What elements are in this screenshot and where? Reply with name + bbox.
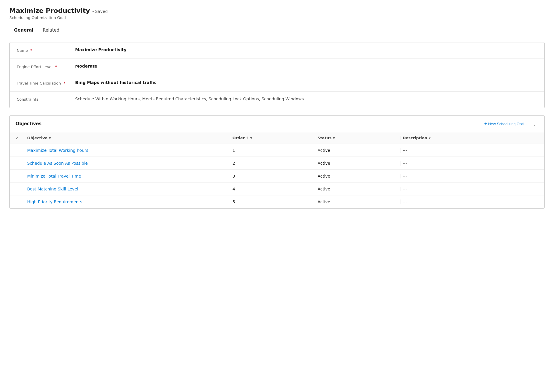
page-title: Maximize Productivity [9, 7, 90, 14]
required-star-engine: * [55, 64, 57, 69]
col-order-label[interactable]: Order ↑ ∨ [233, 136, 313, 140]
table-row: High Priority Requirements 5 Active --- [10, 195, 544, 208]
description-value-2: --- [403, 174, 407, 178]
row-status-0: Active [315, 148, 400, 153]
value-travel-time: Bing Maps without historical traffic [75, 80, 537, 86]
form-card: Name * Maximize Productivity Engine Effo… [9, 42, 545, 108]
row-objective-1[interactable]: Schedule As Soon As Possible [25, 161, 230, 166]
description-chevron-icon: ∨ [429, 136, 431, 140]
table-row: Minimize Total Travel Time 3 Active --- [10, 170, 544, 183]
label-engine-effort: Engine Effort Level * [17, 63, 75, 70]
row-order-1: 2 [230, 161, 315, 166]
row-status-4: Active [315, 200, 400, 204]
required-star-name: * [30, 48, 32, 53]
row-description-4: --- [400, 200, 538, 204]
saved-badge: - Saved [92, 9, 108, 14]
objective-chevron-icon: ∨ [49, 136, 51, 140]
col-status-header[interactable]: Status ∨ [315, 136, 400, 140]
col-order-header[interactable]: Order ↑ ∨ [230, 136, 315, 140]
label-constraints: Constraints [17, 96, 75, 102]
objectives-title: Objectives [16, 121, 42, 126]
table-row: Best Matching Skill Level 4 Active --- [10, 183, 544, 195]
tab-general[interactable]: General [9, 25, 38, 36]
objective-link-0[interactable]: Maximize Total Working hours [27, 148, 88, 153]
col-check-header: ✓ [16, 136, 25, 140]
field-constraints: Constraints Schedule Within Working Hour… [10, 92, 544, 108]
new-scheduling-label: New Scheduling Opti... [488, 122, 527, 126]
status-value-1: Active [318, 161, 330, 166]
row-objective-4[interactable]: High Priority Requirements [25, 200, 230, 204]
objectives-actions: + New Scheduling Opti... ⋮ [482, 120, 538, 128]
row-order-2: 3 [230, 174, 315, 178]
objectives-section: Objectives + New Scheduling Opti... ⋮ ✓ … [9, 115, 545, 209]
status-value-4: Active [318, 200, 330, 204]
row-order-0: 1 [230, 148, 315, 153]
row-status-1: Active [315, 161, 400, 166]
row-status-3: Active [315, 187, 400, 191]
order-value-1: 2 [233, 161, 235, 166]
order-value-2: 3 [233, 174, 235, 178]
page-header: Maximize Productivity - Saved Scheduling… [9, 7, 545, 20]
field-name: Name * Maximize Productivity [10, 42, 544, 59]
status-value-0: Active [318, 148, 330, 153]
objective-link-2[interactable]: Minimize Total Travel Time [27, 174, 81, 178]
description-value-4: --- [403, 200, 407, 204]
title-row: Maximize Productivity - Saved [9, 7, 545, 14]
objectives-table: ✓ Objective ∨ Order ↑ ∨ Status ∨ [10, 132, 544, 208]
required-star-travel: * [63, 81, 65, 85]
order-value-3: 4 [233, 187, 235, 191]
order-value-0: 1 [233, 148, 235, 153]
row-status-2: Active [315, 174, 400, 178]
new-scheduling-button[interactable]: + New Scheduling Opti... [482, 120, 529, 128]
label-travel-time: Travel Time Calculation * [17, 80, 75, 86]
objectives-header: Objectives + New Scheduling Opti... ⋮ [10, 116, 544, 132]
row-objective-2[interactable]: Minimize Total Travel Time [25, 174, 230, 178]
row-objective-3[interactable]: Best Matching Skill Level [25, 187, 230, 191]
table-row: Schedule As Soon As Possible 2 Active --… [10, 157, 544, 170]
col-description-label[interactable]: Description ∨ [403, 136, 536, 140]
row-objective-0[interactable]: Maximize Total Working hours [25, 148, 230, 153]
col-status-label[interactable]: Status ∨ [318, 136, 398, 140]
table-header: ✓ Objective ∨ Order ↑ ∨ Status ∨ [10, 132, 544, 144]
col-objective-header[interactable]: Objective ∨ [25, 136, 230, 140]
label-name: Name * [17, 47, 75, 54]
table-row: Maximize Total Working hours 1 Active --… [10, 144, 544, 157]
description-value-3: --- [403, 187, 407, 191]
status-chevron-icon: ∨ [333, 136, 335, 140]
order-chevron-icon: ∨ [250, 136, 252, 140]
col-objective-label[interactable]: Objective ∨ [27, 136, 228, 140]
objective-link-1[interactable]: Schedule As Soon As Possible [27, 161, 88, 166]
row-description-1: --- [400, 161, 538, 166]
status-value-3: Active [318, 187, 330, 191]
tab-related[interactable]: Related [38, 25, 64, 36]
field-engine-effort: Engine Effort Level * Moderate [10, 59, 544, 75]
objectives-rows: Maximize Total Working hours 1 Active --… [10, 144, 544, 208]
col-description-header[interactable]: Description ∨ [400, 136, 538, 140]
plus-icon: + [484, 121, 487, 126]
value-engine-effort: Moderate [75, 63, 537, 69]
value-constraints: Schedule Within Working Hours, Meets Req… [75, 96, 537, 102]
status-value-2: Active [318, 174, 330, 178]
page-subtitle: Scheduling Optimization Goal [9, 16, 545, 20]
row-order-3: 4 [230, 187, 315, 191]
order-sort-asc-icon: ↑ [246, 136, 249, 140]
tab-bar: General Related [9, 25, 545, 36]
value-name: Maximize Productivity [75, 47, 537, 53]
objective-link-4[interactable]: High Priority Requirements [27, 200, 82, 204]
select-all-check[interactable]: ✓ [16, 136, 19, 140]
objective-link-3[interactable]: Best Matching Skill Level [27, 187, 78, 191]
field-travel-time: Travel Time Calculation * Bing Maps with… [10, 75, 544, 92]
row-description-3: --- [400, 187, 538, 191]
order-value-4: 5 [233, 200, 235, 204]
description-value-1: --- [403, 161, 407, 166]
row-order-4: 5 [230, 200, 315, 204]
description-value-0: --- [403, 148, 407, 153]
more-options-button[interactable]: ⋮ [530, 120, 538, 128]
row-description-0: --- [400, 148, 538, 153]
row-description-2: --- [400, 174, 538, 178]
